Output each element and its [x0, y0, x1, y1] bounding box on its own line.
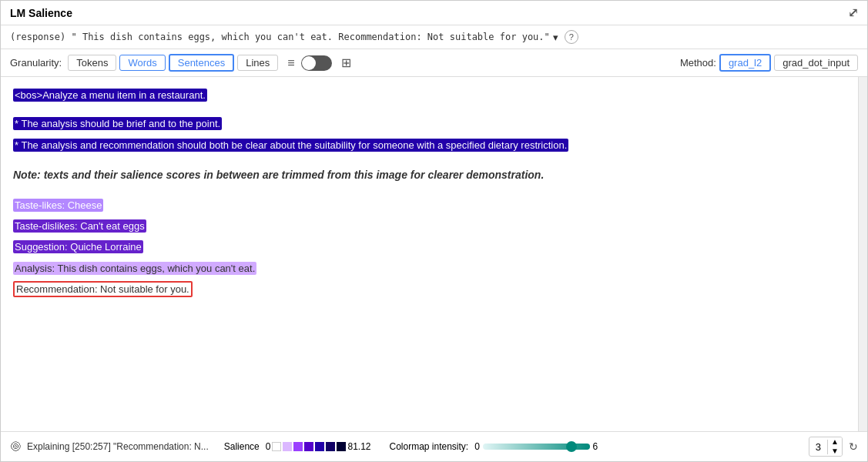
salience-min-value: 0 — [266, 441, 271, 452]
salience-max-value: 81.12 — [347, 441, 370, 452]
response-text: (response) " This dish contains eggs, wh… — [10, 32, 550, 42]
method-grad-l2[interactable]: grad_l2 — [719, 54, 771, 72]
scale-box-3 — [304, 442, 313, 451]
text-line-recommendation: Recommendation: Not suitable for you. — [13, 280, 846, 298]
text-line-2: * The analysis should be brief and to th… — [13, 115, 846, 132]
granularity-tokens[interactable]: Tokens — [68, 55, 116, 71]
colormap-min: 0 — [474, 441, 480, 452]
colormap-section: Colormap intensity: 0 6 — [389, 441, 598, 452]
colormap-label: Colormap intensity: — [389, 441, 468, 452]
note-text: Note: texts and their salience scores in… — [13, 166, 846, 183]
text-segment-suggestion[interactable]: Suggestion: Quiche Lorraine — [13, 240, 143, 253]
lm-salience-window: LM Salience ⤢ (response) " This dish con… — [0, 0, 868, 462]
granularity-sentences[interactable]: Sentences — [169, 54, 234, 72]
granularity-words[interactable]: Words — [119, 55, 165, 71]
text-line-analysis: Analysis: This dish contains eggs, which… — [13, 259, 846, 277]
text-segment-taste-dislikes[interactable]: Taste-dislikes: Can't eat eggs — [13, 219, 146, 233]
scrollbar[interactable] — [858, 77, 867, 431]
step-control: 3 ▲ ▼ — [809, 437, 843, 457]
text-line-taste-dislikes: Taste-dislikes: Can't eat eggs — [13, 217, 846, 235]
text-line-suggestion: Suggestion: Quiche Lorraine — [13, 238, 846, 256]
text-segment-analysis[interactable]: Analysis: This dish contains eggs, which… — [13, 262, 256, 275]
scale-box-2 — [293, 442, 303, 451]
step-arrows: ▲ ▼ — [828, 437, 842, 456]
granularity-lines[interactable]: Lines — [237, 55, 278, 71]
explaining-text: Explaining [250:257] "Recommendation: N.… — [27, 441, 209, 452]
expand-icon[interactable]: ⤢ — [848, 5, 858, 20]
refresh-icon[interactable]: ↻ — [849, 440, 858, 453]
granularity-label: Granularity: — [10, 57, 62, 69]
colormap-slider-container: 0 6 — [474, 441, 598, 452]
text-segment-analysis-brief[interactable]: * The analysis should be brief and to th… — [13, 117, 222, 130]
step-down-button[interactable]: ▼ — [828, 447, 842, 456]
grid-view-icon[interactable]: ⊞ — [341, 55, 351, 70]
toggle-container[interactable] — [301, 55, 332, 71]
granularity-bar: Granularity: Tokens Words Sentences Line… — [1, 49, 867, 77]
text-line-taste-likes: Taste-likes: Cheese — [13, 196, 846, 214]
main-content: <bos>Analyze a menu item in a restaurant… — [1, 77, 867, 431]
toggle-switch[interactable] — [301, 55, 332, 71]
response-dropdown[interactable]: ▾ — [553, 32, 558, 43]
step-up-button[interactable]: ▲ — [828, 437, 842, 447]
bottom-bar: 🞋 Explaining [250:257] "Recommendation: … — [1, 431, 867, 461]
text-segment-recommendation[interactable]: Recommendation: Not suitable for you. — [13, 281, 193, 297]
method-label: Method: — [680, 57, 716, 69]
salience-label: Salience — [224, 441, 260, 452]
text-segment-analysis-recommendation[interactable]: * The analysis and recommendation should… — [13, 139, 568, 152]
method-section: Method: grad_l2 grad_dot_input — [680, 54, 858, 72]
scale-box-6 — [337, 442, 346, 451]
colormap-max: 6 — [593, 441, 598, 452]
list-view-icon[interactable]: ≡ — [287, 56, 294, 70]
slider-thumb[interactable] — [566, 441, 577, 452]
text-line-3: * The analysis and recommendation should… — [13, 136, 846, 154]
title-bar: LM Salience ⤢ — [1, 1, 867, 25]
scale-box-0 — [272, 442, 281, 451]
target-icon: 🞋 — [10, 440, 21, 453]
salience-scale: 0 81.12 — [266, 441, 371, 452]
scale-box-1 — [283, 442, 292, 451]
text-area[interactable]: <bos>Analyze a menu item in a restaurant… — [1, 77, 858, 431]
text-segment-taste-likes[interactable]: Taste-likes: Cheese — [13, 199, 103, 212]
empty-line — [13, 107, 846, 115]
method-grad-dot-input[interactable]: grad_dot_input — [774, 55, 858, 71]
scale-box-5 — [326, 442, 335, 451]
help-icon[interactable]: ? — [565, 30, 578, 44]
scale-box-4 — [315, 442, 324, 451]
text-segment-bos-analyze[interactable]: <bos>Analyze a menu item in a restaurant… — [13, 89, 207, 102]
text-block: <bos>Analyze a menu item in a restaurant… — [13, 86, 846, 299]
colormap-slider[interactable] — [483, 444, 590, 450]
step-value: 3 — [809, 440, 828, 454]
window-title: LM Salience — [10, 7, 72, 19]
toggle-knob — [302, 56, 316, 70]
text-line-1: <bos>Analyze a menu item in a restaurant… — [13, 86, 846, 104]
response-bar: (response) " This dish contains eggs, wh… — [1, 25, 867, 49]
